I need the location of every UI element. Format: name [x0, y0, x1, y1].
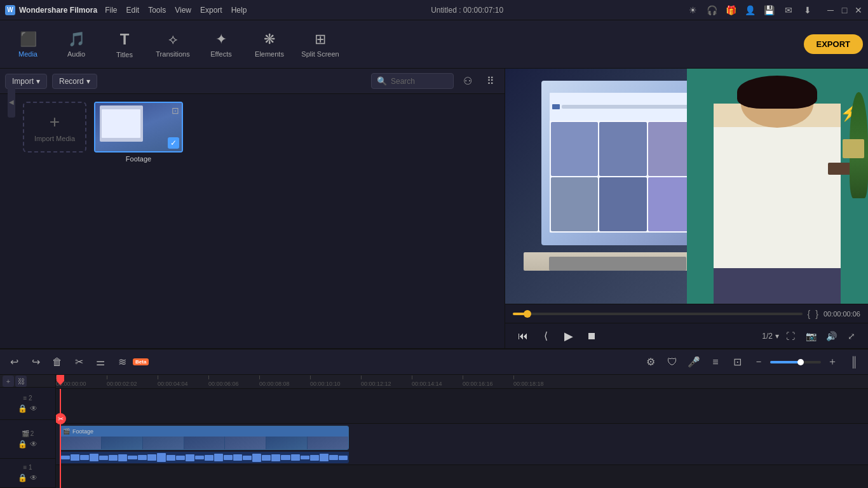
elements-icon: ❋	[264, 31, 275, 48]
pip-icon[interactable]: ⊡	[728, 353, 746, 371]
mic-icon[interactable]: 🎤	[685, 353, 703, 371]
play-button[interactable]: ▶	[559, 326, 579, 346]
clip-film-icon: 🎬	[63, 428, 70, 435]
timeline-toolbar: ↩ ↪ 🗑 ✂ ⚌ ≋ Beta ⚙ 🛡 🎤 ≡ ⊡ － ＋ ║	[0, 349, 868, 375]
toolbar-titles[interactable]: T Titles	[102, 25, 147, 64]
track-a1-num: ≡ 1	[23, 464, 32, 471]
skip-back-button[interactable]: ⏮	[513, 326, 533, 346]
mixer-icon[interactable]: ≡	[707, 353, 724, 371]
bracket-out-icon[interactable]: }	[815, 309, 818, 319]
import-media-label: Import Media	[34, 135, 75, 142]
menu-edit[interactable]: Edit	[126, 6, 139, 15]
transitions-label: Transitions	[156, 50, 189, 58]
toolbar-media[interactable]: ⬛ Media	[5, 25, 51, 64]
fullscreen-icon[interactable]: ⛶	[782, 327, 799, 345]
shield-icon[interactable]: 🛡	[663, 353, 681, 371]
progress-thumb	[524, 310, 531, 318]
search-input[interactable]	[391, 77, 442, 86]
gift-icon[interactable]: 🎁	[726, 4, 737, 16]
delete-button[interactable]: 🗑	[48, 353, 66, 371]
progress-bar[interactable]	[513, 313, 803, 315]
track-v2-number: ≡ 2	[23, 395, 32, 402]
collapse-button[interactable]: ║	[845, 353, 863, 371]
audio-waveform	[60, 452, 349, 463]
record-dropdown[interactable]: Record ▾	[52, 74, 97, 89]
zoom-out-button[interactable]: －	[750, 353, 768, 371]
scissors-button[interactable]: ✂	[70, 353, 88, 371]
monitor-decoration	[541, 81, 705, 245]
beta-badge: Beta	[133, 358, 149, 365]
track-v2-lock-icon[interactable]: 🔒	[18, 404, 27, 413]
zoom-in-button[interactable]: ＋	[824, 353, 841, 371]
minimize-button[interactable]: ─	[826, 6, 835, 15]
footage-thumbnail[interactable]: ⊡ ✓ Footage	[94, 102, 183, 163]
titles-label: Titles	[116, 51, 133, 58]
settings-icon[interactable]: ⚙	[642, 353, 660, 371]
zoom-slider[interactable]	[770, 361, 821, 363]
toolbar-elements[interactable]: ❋ Elements	[247, 25, 292, 64]
menu-file[interactable]: File	[105, 6, 117, 15]
menu-help[interactable]: Help	[231, 6, 247, 15]
export-button[interactable]: EXPORT	[804, 34, 863, 54]
track-a1-lock-icon[interactable]: 🔒	[18, 473, 27, 482]
frame-back-button[interactable]: ⟨	[536, 326, 556, 346]
import-media-button[interactable]: + Import Media	[23, 102, 86, 152]
screenshot-icon[interactable]: 📷	[802, 327, 820, 345]
quality-dropdown[interactable]: 1/2 ▾	[762, 332, 779, 341]
mail-icon[interactable]: ✉	[783, 4, 794, 16]
toolbar-transitions[interactable]: ⟡ Transitions	[150, 25, 196, 64]
splitscreen-label: Split Screen	[301, 50, 339, 58]
timeline: ↩ ↪ 🗑 ✂ ⚌ ≋ Beta ⚙ 🛡 🎤 ≡ ⊡ － ＋ ║ +	[0, 348, 868, 488]
undo-button[interactable]: ↩	[5, 353, 23, 371]
menu-tools[interactable]: Tools	[148, 6, 166, 15]
stop-button[interactable]: ⏹	[581, 326, 602, 346]
link-button[interactable]: ⛓	[15, 376, 27, 387]
close-button[interactable]: ✕	[854, 6, 863, 15]
elements-label: Elements	[255, 50, 284, 58]
redo-button[interactable]: ↪	[27, 353, 44, 371]
track-v1-visibility-icon[interactable]: 👁	[30, 440, 37, 449]
menu-export[interactable]: Export	[200, 6, 222, 15]
footage-name: Footage	[94, 155, 183, 163]
titlebar-right: ☀ 🎧 🎁 👤 💾 ✉ ⬇ ─ □ ✕	[688, 4, 863, 16]
toolbar-effects[interactable]: ✦ Effects	[198, 25, 244, 64]
timeline-content: + ⛓ ≡ 2 🔒 👁 🎬 2	[0, 375, 868, 488]
track-v2-visibility-icon[interactable]: 👁	[30, 404, 37, 413]
video-frame: ⚡	[505, 69, 868, 304]
track-a1-visibility-icon[interactable]: 👁	[30, 473, 37, 482]
volume-icon[interactable]: 🔊	[822, 327, 840, 345]
screen-body	[550, 121, 696, 233]
effects-label: Effects	[210, 50, 231, 58]
clip-header: 🎬 Footage	[60, 426, 348, 437]
preview-video: ⚡	[505, 69, 868, 304]
person-icon[interactable]: 👤	[745, 4, 756, 16]
track-v1-lock-icon[interactable]: 🔒	[18, 440, 27, 449]
track-v1-num: 2	[31, 430, 34, 437]
maximize-button[interactable]: □	[840, 6, 849, 15]
track-header-v1: 🎬 2 🔒 👁	[0, 420, 55, 458]
menu-view[interactable]: View	[175, 6, 191, 15]
audio-settings-icon[interactable]: ⚌	[92, 353, 109, 371]
plus-icon: +	[50, 112, 60, 132]
filter-icon[interactable]: ⚇	[459, 72, 477, 90]
save-icon[interactable]: 💾	[764, 4, 775, 16]
download-icon[interactable]: ⬇	[802, 4, 813, 16]
app-logo: W Wondershare Filmora	[5, 5, 97, 15]
bracket-in-icon[interactable]: {	[808, 309, 811, 319]
toolbar-audio[interactable]: 🎵 Audio	[53, 25, 99, 64]
track-a1-label: ≡ 1 🔒 👁	[3, 461, 53, 485]
clip-thumbnails	[60, 437, 348, 449]
headphone-icon[interactable]: 🎧	[707, 4, 718, 16]
panel-collapse-button[interactable]: ◀	[8, 86, 15, 118]
grid-view-icon[interactable]: ⠿	[482, 72, 499, 90]
toolbar-splitscreen[interactable]: ⊞ Split Screen	[295, 25, 346, 64]
expand-icon[interactable]: ⤢	[843, 327, 860, 345]
search-box[interactable]: 🔍	[371, 73, 454, 89]
screen-content	[550, 93, 696, 233]
footage-clip[interactable]: 🎬 Footage	[60, 426, 349, 450]
ruler-mark-7: 00:00:14:14	[412, 376, 463, 387]
shelf-item	[843, 139, 864, 158]
waveform-icon[interactable]: ≋	[113, 353, 131, 371]
add-track-button[interactable]: +	[3, 376, 14, 387]
sun-icon[interactable]: ☀	[688, 4, 699, 16]
